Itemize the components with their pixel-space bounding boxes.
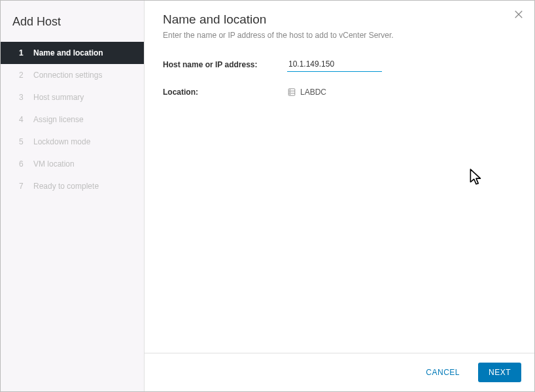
step-label: Lockdown mode	[33, 137, 90, 146]
location-label: Location:	[163, 88, 287, 97]
step-assign-license: 4 Assign license	[1, 108, 144, 131]
wizard-title: Add Host	[1, 12, 144, 42]
wizard-sidebar: Add Host 1 Name and location 2 Connectio…	[1, 1, 145, 391]
add-host-dialog: Add Host 1 Name and location 2 Connectio…	[0, 0, 535, 392]
step-label: Name and location	[33, 48, 103, 57]
step-vm-location: 6 VM location	[1, 153, 144, 175]
location-text: LABDC	[300, 88, 326, 97]
close-icon	[514, 10, 523, 21]
wizard-footer: CANCEL NEXT	[145, 353, 534, 391]
host-value-cell	[287, 57, 516, 72]
step-number: 1	[19, 48, 29, 57]
close-button[interactable]	[512, 8, 525, 22]
wizard-main: Name and location Enter the name or IP a…	[145, 1, 534, 391]
host-input[interactable]	[287, 57, 382, 72]
step-label: Assign license	[33, 115, 84, 124]
step-number: 2	[19, 71, 29, 80]
datacenter-icon	[287, 88, 296, 97]
step-label: Ready to complete	[33, 182, 99, 191]
step-host-summary: 3 Host summary	[1, 86, 144, 108]
main-content: Name and location Enter the name or IP a…	[145, 1, 534, 353]
step-connection-settings: 2 Connection settings	[1, 64, 144, 86]
cancel-button[interactable]: CANCEL	[417, 363, 469, 382]
location-row: Location:	[163, 88, 516, 97]
svg-point-7	[290, 94, 290, 95]
step-label: Connection settings	[33, 71, 102, 80]
host-label: Host name or IP address:	[163, 60, 287, 69]
svg-point-6	[290, 92, 290, 93]
page-heading: Name and location	[163, 12, 516, 27]
step-lockdown-mode: 5 Lockdown mode	[1, 131, 144, 153]
step-label: Host summary	[33, 93, 84, 102]
step-number: 7	[19, 182, 29, 191]
step-number: 5	[19, 137, 29, 146]
host-row: Host name or IP address:	[163, 57, 516, 72]
step-label: VM location	[33, 159, 75, 169]
next-button[interactable]: NEXT	[478, 363, 521, 382]
step-name-and-location[interactable]: 1 Name and location	[1, 42, 144, 64]
step-ready-to-complete: 7 Ready to complete	[1, 175, 144, 197]
step-number: 6	[19, 159, 29, 169]
location-value-cell: LABDC	[287, 88, 516, 97]
wizard-steps: 1 Name and location 2 Connection setting…	[1, 42, 144, 197]
location-value: LABDC	[287, 88, 516, 97]
step-number: 4	[19, 115, 29, 124]
step-number: 3	[19, 93, 29, 102]
svg-point-5	[290, 90, 290, 90]
page-subheading: Enter the name or IP address of the host…	[163, 31, 516, 40]
